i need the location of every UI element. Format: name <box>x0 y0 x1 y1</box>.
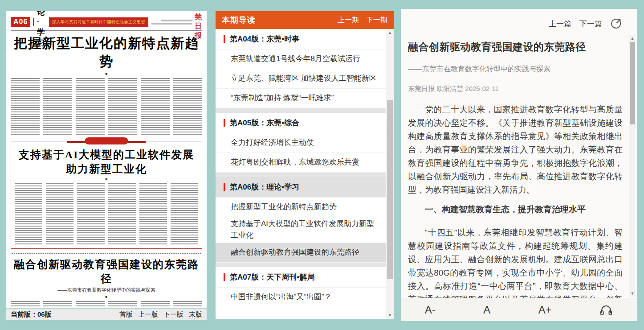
newspaper-masthead: A06 理论·学习 深入学习贯彻习近平新时代中国特色社会主义思想 东莞日报 <box>11 15 202 29</box>
red-bar-icon <box>224 183 225 191</box>
newspaper-headline-2[interactable]: 支持基于AI大模型的工业软件发展助力新型工业化 <box>15 148 198 176</box>
toc-item[interactable]: 花灯粤剧交相辉映，东城邀您欢乐共赏 <box>216 153 386 173</box>
article-paragraph: 党的二十大以来，国家推进教育数字化转型与高质量发展的决心坚定不移。《关于推进教育… <box>408 103 623 197</box>
article-2-body-columns <box>15 183 198 245</box>
masthead-slogan-banner: 深入学习贯彻习近平新时代中国特色社会主义思想 <box>49 17 148 27</box>
article-1-body-columns <box>11 78 202 135</box>
section-gap <box>216 173 386 177</box>
toc-section-label: 第A06版：理论•学习 <box>230 182 299 192</box>
toc-section-label: 第A05版：东莞•综合 <box>230 118 299 128</box>
scroll-down-icon[interactable]: ▼ <box>386 313 394 318</box>
article-section-heading: 一、构建智慧教育生态，提升教育治理水平 <box>408 204 623 215</box>
font-reset-button[interactable]: A <box>483 304 490 316</box>
article-subtitle: ——东莞市在教育数字化转型中的实践与探索 <box>408 65 623 74</box>
reader-scrollbar[interactable]: ▲ ▼ <box>629 35 636 297</box>
article-3-body-columns <box>11 301 202 308</box>
toc-section-header-a06: 第A06版：理论•学习 <box>216 177 386 198</box>
headline-3-author-marker: ■ <box>11 295 202 299</box>
next-issue-link[interactable]: 下一期 <box>366 16 387 25</box>
toc-item[interactable]: 东莞轨道交通1号线今年8月空载试运行 <box>216 50 386 69</box>
section-gap <box>216 108 386 113</box>
first-page-link[interactable]: 首版 <box>119 310 133 319</box>
prev-issue-link[interactable]: 上一期 <box>338 16 359 25</box>
toc-item[interactable]: “东莞制造”加持 炼就“一吒难求” <box>216 89 386 108</box>
reader-panel: 上一篇 下一篇 融合创新驱动教育强国建设的东莞路径 ——东莞市在教育数字化转型中… <box>401 9 637 321</box>
next-article-link[interactable]: 下一篇 <box>579 19 602 29</box>
headline-2-author-marker: ■ <box>15 177 198 181</box>
headphones-icon[interactable] <box>599 304 613 316</box>
current-page-label: 当前版：06版 <box>11 310 52 319</box>
page-nav-footer: 当前版：06版 首版 上一版 下一版 末版 <box>6 309 207 320</box>
article-byline: 东莞日报 欧阳洁慧 2025-02-11 <box>408 85 623 93</box>
font-smaller-button[interactable]: A- <box>425 304 436 316</box>
headline-1-author-marker: ■ <box>11 72 202 76</box>
page-nav-links: 首版 上一版 下一版 末版 <box>119 310 202 319</box>
last-page-link[interactable]: 末版 <box>189 310 202 319</box>
ribbon-badge <box>85 137 128 144</box>
reader-toolbar: A- A A+ <box>401 298 637 321</box>
article-divider <box>12 253 201 254</box>
toc-item[interactable]: 支持基于AI大模型的工业软件发展助力新型工业化 <box>216 217 386 243</box>
share-icon[interactable] <box>610 18 622 29</box>
toc-item[interactable]: 中国非遗何以“出海”又“出圈”？ <box>216 288 386 307</box>
page-number-badge: A06 <box>11 17 30 27</box>
red-bar-icon <box>224 35 225 43</box>
scroll-up-icon[interactable]: ▲ <box>629 36 636 41</box>
scroll-up-icon[interactable]: ▲ <box>386 30 394 35</box>
toc-section-header-a04: 第A04版：东莞•时事 <box>216 29 386 50</box>
masthead-date-lines <box>151 20 192 25</box>
red-bar-icon <box>224 273 225 281</box>
issue-nav: 上一期 下一期 <box>338 16 387 25</box>
toc-header: 本期导读 上一期 下一期 <box>216 11 394 29</box>
toc-title: 本期导读 <box>222 15 256 25</box>
article-paragraph: “十四五”以来，东莞相继印发智慧教育行动计划、智慧校园建设指南等政策文件，构建起… <box>408 226 623 298</box>
toc-list: 第A04版：东莞•时事 东莞轨道交通1号线今年8月空载试运行 立足东莞、赋能湾区… <box>216 29 386 319</box>
toc-section-header-a05: 第A05版：东莞•综合 <box>216 113 386 133</box>
toc-item[interactable]: 全力打好经济增长主动仗 <box>216 133 386 153</box>
headline-3-subtitle: ——东莞市在教育数字化转型中的实践与探索 <box>11 287 202 293</box>
article-2-bordered-box: 支持基于AI大模型的工业软件发展助力新型工业化 ■ <box>11 141 202 249</box>
newspaper-headline-3[interactable]: 融合创新驱动教育强国建设的东莞路径 <box>11 257 202 286</box>
section-gap <box>216 263 386 267</box>
toc-item[interactable]: 立足东莞、赋能湾区 加快建设人工智能新区 <box>216 69 386 89</box>
newspaper-page-preview: A06 理论·学习 深入学习贯彻习近平新时代中国特色社会主义思想 东莞日报 把握… <box>6 11 207 308</box>
prev-article-link[interactable]: 上一篇 <box>549 19 571 29</box>
article-content: 融合创新驱动教育强国建设的东莞路径 ——东莞市在教育数字化转型中的实践与探索 东… <box>408 36 623 298</box>
toc-section-label: 第A07版：天下周刊•解局 <box>230 272 314 282</box>
article-title: 融合创新驱动教育强国建设的东莞路径 <box>408 40 623 54</box>
scroll-down-icon[interactable]: ▼ <box>629 291 636 296</box>
toc-panel: 本期导读 上一期 下一期 第A04版：东莞•时事 东莞轨道交通1号线今年8月空载… <box>216 11 394 319</box>
font-larger-button[interactable]: A+ <box>538 304 552 316</box>
toc-section-header-a07: 第A07版：天下周刊•解局 <box>216 267 386 288</box>
toc-item-selected[interactable]: 融合创新驱动教育强国建设的东莞路径 <box>216 243 386 263</box>
red-bar-icon <box>224 119 225 127</box>
newspaper-headline-1[interactable]: 把握新型工业化的新特点新趋势 <box>11 34 202 71</box>
scrollbar-thumb[interactable] <box>630 42 635 124</box>
next-page-link[interactable]: 下一版 <box>163 310 183 319</box>
prev-page-link[interactable]: 上一版 <box>138 310 158 319</box>
article-nav: 上一篇 下一篇 <box>549 18 622 29</box>
scrollbar-thumb[interactable] <box>387 100 393 279</box>
toc-section-label: 第A04版：东莞•时事 <box>230 34 299 44</box>
toc-item[interactable]: 把握新型工业化的新特点新趋势 <box>216 198 386 217</box>
toc-scrollbar[interactable]: ▲ ▼ <box>386 29 394 319</box>
